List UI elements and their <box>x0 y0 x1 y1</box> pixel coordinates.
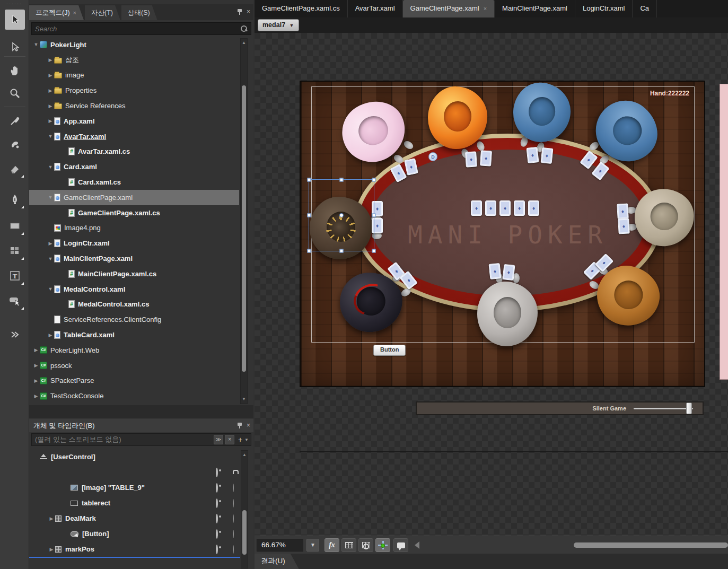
card-back[interactable]: ♦ <box>618 218 629 234</box>
tree-item[interactable]: ▶Service References <box>29 98 239 113</box>
tree-item[interactable]: ▶C#TestSockConsole <box>29 388 239 404</box>
expander-icon[interactable]: ▶ <box>48 516 55 521</box>
selection-handle[interactable] <box>372 214 376 217</box>
tree-item[interactable]: ▶C#pssock <box>29 358 239 373</box>
horizontal-scrollbar[interactable] <box>574 542 728 548</box>
selection-handle[interactable] <box>340 178 344 182</box>
card-back[interactable]: ♦ <box>617 203 628 219</box>
card-back[interactable]: ♦ <box>514 200 525 216</box>
doc-tab-gameclientpage-xaml[interactable]: GameClientPage.xaml× <box>403 0 495 17</box>
tree-item[interactable]: #MedalControl.xaml.cs <box>29 297 239 312</box>
chevron-down-icon[interactable]: ▼ <box>244 437 249 442</box>
selection-center-anchor[interactable] <box>339 213 344 217</box>
eye-visibility-icon[interactable] <box>216 545 218 554</box>
design-surface[interactable]: MANI POKER Hand:222222 ♦♦♦♦♦♦♦♦♦♦♦♦♦♦♦♦♦… <box>255 33 728 536</box>
zoom-dropdown-button[interactable]: ▼ <box>306 539 319 552</box>
grid-tool[interactable] <box>5 241 25 261</box>
tree-item[interactable]: Image4.png <box>29 221 239 236</box>
lock-toggle-icon[interactable] <box>233 499 234 507</box>
storyboard-close-button[interactable]: × <box>225 435 234 444</box>
tree-item[interactable]: ▶image <box>29 68 239 83</box>
tree-item[interactable]: ▼MedalControl.xaml <box>29 282 239 297</box>
expander-icon[interactable]: ▼ <box>47 286 54 292</box>
tree-item[interactable]: ▶App.xaml <box>29 113 239 129</box>
lock-toggle-icon[interactable] <box>233 514 234 523</box>
card-back[interactable]: ♦ <box>485 200 496 216</box>
selection-handle[interactable] <box>308 249 311 253</box>
object-row[interactable]: [Image] "TABLE_9" <box>29 480 240 495</box>
project-tree-scrollbar[interactable]: ▲ ▼ <box>240 38 248 404</box>
eye-visibility-icon[interactable] <box>216 468 218 477</box>
object-row[interactable]: ▶DealMark <box>29 511 240 526</box>
object-row[interactable]: ▶markPos <box>29 541 240 557</box>
tree-item[interactable]: ▶Properties <box>29 83 239 98</box>
snap-grid-toggle[interactable] <box>358 538 373 552</box>
scroll-left-arrow[interactable] <box>415 541 419 549</box>
text-tool[interactable]: T <box>5 266 25 286</box>
eyedropper-tool[interactable] <box>5 111 25 131</box>
expander-icon[interactable]: ▶ <box>47 241 54 246</box>
pin-icon[interactable] <box>237 8 242 15</box>
slider-thumb[interactable] <box>686 402 692 414</box>
expander-icon[interactable]: ▶ <box>32 393 40 399</box>
more-tools[interactable] <box>5 325 25 345</box>
tree-item[interactable]: ▼PokerLight <box>29 37 239 52</box>
eye-visibility-icon[interactable] <box>216 514 218 523</box>
breadcrumb-scope-button[interactable]: medal7 ▼ <box>258 19 299 31</box>
effects-toggle[interactable]: fx <box>324 538 339 552</box>
pan-tool[interactable] <box>5 60 25 81</box>
tree-item[interactable]: ▶C#SPacketParse <box>29 373 239 389</box>
eye-visibility-icon[interactable] <box>216 529 218 539</box>
expander-icon[interactable]: ▶ <box>48 547 55 552</box>
storyboard-expand-button[interactable]: ≫ <box>214 435 223 444</box>
eye-visibility-icon[interactable] <box>216 498 218 508</box>
object-row[interactable]: [UserControl] <box>29 449 240 465</box>
storyboard-add-button[interactable]: + <box>236 435 244 444</box>
zoom-level-field[interactable]: 66.67% <box>257 539 303 552</box>
tree-item[interactable]: #Card.xaml.cs <box>29 174 239 190</box>
selection-tool[interactable] <box>5 10 25 30</box>
object-row[interactable]: [Button] <box>29 526 240 541</box>
expander-icon[interactable]: ▼ <box>47 256 54 261</box>
search-input[interactable] <box>32 25 240 33</box>
object-row[interactable] <box>29 465 240 480</box>
pen-tool[interactable] <box>5 189 25 209</box>
tree-item[interactable]: ▼AvarTar.xaml <box>29 129 239 144</box>
snap-points-toggle[interactable] <box>375 538 390 552</box>
silent-game-slider[interactable] <box>634 408 693 409</box>
eraser-tool[interactable] <box>5 159 25 179</box>
doc-tab-mainclientpage-xaml[interactable]: MainClientPage.xaml <box>495 0 575 17</box>
objects-tree-scrollbar[interactable]: ▲ <box>241 450 248 568</box>
tree-item[interactable]: ▼MainClientPage.xaml <box>29 251 239 266</box>
expander-icon[interactable]: ▶ <box>47 73 54 78</box>
tree-item[interactable]: ▼GameClientPage.xaml <box>29 190 239 205</box>
lock-toggle-icon[interactable] <box>233 530 234 538</box>
card-back[interactable]: ♦ <box>489 263 502 279</box>
expander-icon[interactable]: ▶ <box>47 57 54 63</box>
tab-results[interactable]: 결과(U) <box>255 554 299 569</box>
expander-icon[interactable]: ▼ <box>32 42 40 47</box>
tree-item[interactable]: ServiceReferences.ClientConfig <box>29 312 239 327</box>
selection-handle[interactable] <box>308 214 311 217</box>
card-back[interactable]: ♦ <box>541 147 554 164</box>
expander-icon[interactable]: ▼ <box>47 134 54 139</box>
card-back[interactable]: ♦ <box>471 200 482 216</box>
panel-tab-assets[interactable]: 자산(T) <box>85 5 120 20</box>
doc-tab-avartar-xaml[interactable]: AvarTar.xaml <box>348 0 403 17</box>
direct-selection-tool[interactable] <box>5 37 25 57</box>
button-tool[interactable] <box>5 291 25 311</box>
doc-tab-ca[interactable]: Ca <box>633 0 657 17</box>
paint-tool[interactable] <box>5 135 25 155</box>
close-icon[interactable]: × <box>73 10 76 16</box>
tree-item[interactable]: ▶LoginCtr.xaml <box>29 235 239 251</box>
pink-side-panel[interactable] <box>720 84 728 380</box>
close-icon[interactable]: × <box>484 5 487 12</box>
expander-icon[interactable]: ▶ <box>47 88 54 93</box>
lock-toggle-icon[interactable] <box>233 484 234 492</box>
card-back[interactable]: ♦ <box>480 150 492 166</box>
tree-item[interactable]: #AvarTar.xaml.cs <box>29 144 239 160</box>
design-button-control[interactable]: Button <box>373 345 406 356</box>
panel-tab-states[interactable]: 상태(S) <box>121 5 157 20</box>
toolbar-grip[interactable]: ······ <box>0 0 29 6</box>
selection-handle[interactable] <box>308 178 311 182</box>
